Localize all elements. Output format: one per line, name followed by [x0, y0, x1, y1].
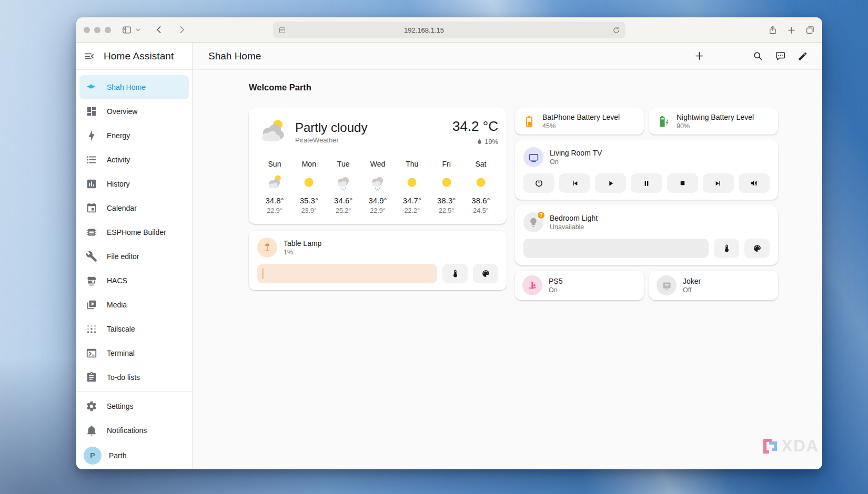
main-header: Shah Home	[193, 43, 822, 70]
weather-card[interactable]: Partly cloudy PirateWeather 34.2 °C	[249, 108, 507, 224]
sidebar-item-user[interactable]: P Parth	[79, 442, 189, 469]
tv-icon[interactable]	[523, 147, 543, 167]
tile-state: 1%	[284, 249, 321, 256]
bulb-icon[interactable]: ?	[523, 212, 543, 232]
weather-temperature: 34.2	[452, 118, 479, 134]
unavailable-badge: ?	[537, 211, 546, 220]
zoom-window-icon[interactable]	[105, 27, 111, 33]
tile-name: PS5	[549, 277, 562, 285]
joker-card[interactable]: TV Joker Off	[649, 271, 778, 300]
playstation-icon[interactable]	[522, 275, 542, 295]
sidebar-item-todo[interactable]: To-do lists	[79, 365, 189, 389]
plus-icon[interactable]	[694, 50, 705, 61]
thermometer-icon	[722, 244, 731, 253]
console-icon	[86, 347, 97, 359]
url-text: 192.168.1.15	[286, 26, 612, 34]
back-icon[interactable]	[155, 25, 164, 34]
sidebar-item-overview[interactable]: Overview	[79, 99, 189, 124]
sidebar-item-settings[interactable]: Settings	[79, 394, 189, 418]
address-bar[interactable]: 192.168.1.15	[273, 22, 625, 38]
tile-name: Nightwing Battery Level	[677, 113, 754, 121]
table-lamp-card: Table Lamp 1%	[249, 231, 507, 290]
xda-text: XDA	[782, 437, 819, 456]
sidebar-item-tailscale[interactable]: Tailscale	[79, 317, 189, 341]
search-icon[interactable]	[752, 50, 763, 61]
play-button[interactable]	[595, 173, 626, 193]
sidebar-item-file-editor[interactable]: File editor	[79, 244, 189, 269]
weather-forecast: Sun 34.8° 22.9° Mon	[257, 160, 498, 214]
pause-button[interactable]	[631, 173, 662, 193]
palette-button[interactable]	[744, 239, 770, 258]
forward-icon[interactable]	[177, 25, 186, 34]
tabs-icon[interactable]	[805, 25, 815, 35]
power-icon	[534, 179, 543, 188]
sidebar-item-label: File editor	[107, 252, 139, 261]
avatar: P	[84, 447, 102, 465]
chevron-down-icon[interactable]	[135, 27, 141, 33]
tailscale-icon	[86, 323, 97, 335]
thermometer-button[interactable]	[442, 264, 468, 283]
lightning-icon	[86, 130, 97, 141]
play-box-icon	[86, 299, 97, 311]
thermometer-button[interactable]	[714, 239, 739, 258]
brightness-slider[interactable]	[257, 264, 437, 283]
tile-state: Unavailable	[550, 223, 598, 231]
edit-icon[interactable]	[798, 51, 808, 61]
sidebar-item-label: Media	[107, 301, 127, 309]
lamp-icon[interactable]	[257, 238, 277, 258]
sidebar-item-activity[interactable]: Activity	[79, 148, 189, 172]
sidebar-item-shah-home[interactable]: Shah Home	[79, 75, 189, 99]
sidebar-item-terminal[interactable]: Terminal	[79, 341, 189, 365]
brightness-slider[interactable]	[523, 239, 709, 258]
reload-icon[interactable]	[612, 26, 620, 34]
sidebar-item-esphome[interactable]: ESPHome Builder	[79, 220, 189, 244]
ps5-card[interactable]: PS5 On	[515, 271, 644, 300]
volume-button[interactable]	[739, 173, 770, 193]
skip-next-button[interactable]	[703, 173, 734, 193]
forecast-day: Sun 34.8° 22.9°	[258, 160, 291, 214]
sidebar-item-label: Activity	[107, 156, 130, 164]
share-icon[interactable]	[768, 25, 778, 35]
bell-icon	[86, 425, 97, 436]
minimize-window-icon[interactable]	[94, 27, 100, 33]
tile-name: Bedroom Light	[550, 214, 598, 222]
xda-watermark: XDA	[760, 437, 819, 456]
sidebar-nav: Shah Home Overview Energy	[76, 70, 192, 469]
tv-box-icon[interactable]: TV	[657, 275, 677, 295]
forecast-day: Sat 38.6° 24.5°	[465, 160, 497, 214]
humidity-icon	[476, 138, 483, 145]
partly-cloudy-icon	[257, 117, 288, 147]
rainy-icon	[327, 172, 360, 193]
sidebar-bottom: Settings Notifications P Parth	[76, 389, 192, 469]
dashboard-content: Welcome Parth Partly cloudy	[193, 70, 822, 300]
assist-icon[interactable]	[775, 50, 786, 61]
weather-condition: Partly cloudy	[295, 120, 367, 135]
sidebar-item-media[interactable]: Media	[79, 293, 189, 317]
menu-open-icon[interactable]	[84, 50, 95, 62]
skip-previous-button[interactable]	[559, 173, 590, 193]
close-window-icon[interactable]	[84, 27, 90, 33]
sidebar-item-label: To-do lists	[107, 373, 140, 382]
sidebar-item-history[interactable]: History	[79, 172, 189, 196]
stop-button[interactable]	[667, 173, 698, 193]
sunny-icon	[465, 172, 497, 193]
sidebar-toggle-icon[interactable]	[122, 25, 132, 35]
power-button[interactable]	[523, 173, 554, 193]
sidebar-item-label: Settings	[107, 402, 134, 410]
sidebar-header: Home Assistant	[76, 43, 192, 70]
sidebar-item-notifications[interactable]: Notifications	[79, 418, 189, 442]
batphone-battery-card[interactable]: BatPhone Battery Level 45%	[515, 108, 644, 135]
wrench-icon	[86, 251, 97, 262]
tile-state: 45%	[542, 122, 620, 130]
bedroom-light-card: ? Bedroom Light Unavailable	[515, 205, 778, 265]
new-tab-icon[interactable]	[787, 26, 796, 35]
sidebar-item-calendar[interactable]: Calendar	[79, 196, 189, 220]
nightwing-battery-card[interactable]: Nightwing Battery Level 90%	[649, 108, 778, 135]
sidebar-item-label: HACS	[107, 276, 127, 285]
palette-button[interactable]	[473, 264, 498, 283]
tile-state: Off	[683, 286, 701, 294]
sidebar-item-hacs[interactable]: HACS HACS	[79, 269, 189, 293]
sidebar-item-energy[interactable]: Energy	[79, 124, 189, 148]
bat-icon	[86, 81, 97, 93]
window-controls[interactable]	[84, 27, 111, 33]
